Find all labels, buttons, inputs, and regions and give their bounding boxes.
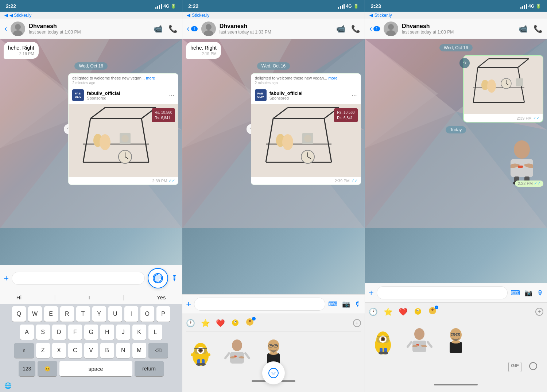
key-a[interactable]: A: [20, 325, 34, 340]
sticker-item-stevejobs-3[interactable]: [442, 327, 471, 356]
message-input-1[interactable]: [12, 272, 145, 285]
back-button-2[interactable]: ‹: [187, 24, 189, 34]
shared-product-img-3: [464, 56, 543, 114]
key-delete[interactable]: ⌫: [148, 343, 168, 358]
key-e[interactable]: E: [44, 306, 58, 322]
sticker-item-minion-2[interactable]: [186, 338, 215, 367]
keyboard-rows-1: Q W E R T Y U I O P A S D F G H J K L: [0, 304, 182, 381]
back-nav-3[interactable]: ◀ Sticker.ly: [365, 12, 547, 19]
attach-button-1[interactable]: +: [4, 273, 9, 283]
sticker-add-button-3[interactable]: +: [535, 308, 543, 316]
share-icon-3[interactable]: ↷: [459, 58, 470, 68]
sticker-tab-minion-3[interactable]: [414, 306, 422, 317]
card-time-1: 2:39 PM: [152, 179, 167, 183]
key-g[interactable]: G: [84, 325, 98, 340]
message-input-3[interactable]: [377, 286, 508, 299]
mic-button-2[interactable]: 🎙: [354, 300, 361, 308]
keyboard-icon-3[interactable]: ⌨: [511, 289, 520, 297]
camera-icon-2[interactable]: 📷: [342, 300, 350, 308]
sticker-item-person-2[interactable]: [222, 338, 252, 367]
key-q[interactable]: Q: [12, 306, 26, 322]
key-h[interactable]: H: [100, 325, 114, 340]
price-old-1: Rs. 10,560: [155, 110, 172, 115]
sticker-tab-heart-2[interactable]: ❤️: [216, 319, 225, 327]
key-emoji[interactable]: 😊: [38, 361, 57, 376]
svg-point-71: [196, 363, 201, 366]
sticker-item-minion-3[interactable]: [369, 327, 398, 356]
sticker-circle-button-2[interactable]: [262, 361, 285, 385]
phone-call-icon-3[interactable]: 📞: [534, 24, 543, 33]
back-nav-2[interactable]: ◀ Sticker.ly: [182, 12, 364, 19]
key-v[interactable]: V: [84, 343, 98, 358]
camera-icon-3[interactable]: 📷: [524, 289, 532, 297]
attach-button-3[interactable]: +: [369, 288, 374, 298]
video-call-icon-2[interactable]: 📹: [336, 24, 345, 33]
sticker-outline-button-3[interactable]: [529, 362, 538, 372]
sticker-tab-recent-2[interactable]: 🕐: [186, 319, 195, 327]
key-c[interactable]: C: [68, 343, 82, 358]
video-call-icon-3[interactable]: 📹: [519, 24, 528, 33]
gif-button-3[interactable]: GIF: [508, 362, 521, 372]
key-w[interactable]: W: [28, 306, 42, 322]
sticker-add-button-2[interactable]: +: [353, 319, 361, 327]
key-s[interactable]: S: [36, 325, 50, 340]
back-label-2: Sticker.ly: [192, 13, 209, 18]
key-d[interactable]: D: [52, 325, 66, 340]
shared-image-outgoing: ↷: [463, 55, 543, 123]
contact-info-3[interactable]: Dhvanesh last seen today at 1:03 PM: [402, 23, 515, 35]
sticker-tab-heart-3[interactable]: ❤️: [399, 307, 408, 316]
contact-info-1[interactable]: Dhvanesh last seen today at 1:03 PM: [29, 23, 150, 35]
phone-call-icon-2[interactable]: 📞: [351, 24, 360, 33]
key-return[interactable]: return: [135, 361, 164, 376]
sticker-button-1[interactable]: [148, 268, 168, 288]
phone-call-icon-1[interactable]: 📞: [168, 24, 178, 33]
key-f[interactable]: F: [68, 325, 82, 340]
key-space[interactable]: space: [59, 361, 132, 376]
key-u[interactable]: U: [108, 306, 122, 322]
key-z[interactable]: Z: [36, 343, 50, 358]
more-options-icon-2[interactable]: ···: [352, 92, 357, 99]
key-shift[interactable]: ⇧: [14, 343, 34, 358]
key-l[interactable]: L: [148, 325, 162, 340]
more-options-icon-1[interactable]: ···: [169, 92, 174, 99]
key-r[interactable]: R: [60, 306, 74, 322]
key-x[interactable]: X: [52, 343, 66, 358]
sponsored-msg-wrapper-2: ↷ delighted to welcome these new vegan..…: [251, 73, 361, 185]
suggestion-i[interactable]: I: [88, 294, 90, 301]
key-b[interactable]: B: [100, 343, 114, 358]
message-input-2[interactable]: [194, 298, 325, 311]
sticker-tab-star-2[interactable]: ⭐: [201, 319, 210, 327]
mic-button-1[interactable]: 🎙: [171, 274, 178, 283]
key-y[interactable]: Y: [92, 306, 106, 322]
mic-button-3[interactable]: 🎙: [537, 289, 543, 297]
back-button-3[interactable]: ‹: [369, 24, 372, 34]
suggestion-yes[interactable]: Yes: [157, 294, 166, 301]
key-t[interactable]: T: [76, 306, 90, 322]
sticker-tab-recent-3[interactable]: 🕐: [369, 307, 378, 316]
sticker-tab-custom-3[interactable]: ·: [428, 306, 437, 317]
globe-icon-1[interactable]: 🌐: [4, 382, 12, 389]
contact-status-1: last seen today at 1:03 PM: [29, 30, 150, 35]
contact-info-2[interactable]: Dhvanesh last seen today at 1:03 PM: [220, 23, 333, 35]
back-nav-1[interactable]: ◀ ◀ Sticker.ly: [0, 12, 182, 19]
svg-point-59: [235, 321, 236, 322]
key-j[interactable]: J: [116, 325, 130, 340]
key-k[interactable]: K: [132, 325, 146, 340]
back-button-1[interactable]: ‹: [4, 24, 7, 34]
key-numbers[interactable]: 123: [19, 361, 35, 376]
keyboard-icon-2[interactable]: ⌨: [328, 300, 338, 308]
sticker-tab-star-3[interactable]: ⭐: [384, 307, 393, 316]
sticker-item-person-3[interactable]: [405, 327, 434, 356]
sticker-tab-minion-2[interactable]: [231, 318, 240, 328]
video-call-icon-1[interactable]: 📹: [154, 24, 163, 33]
key-n[interactable]: N: [116, 343, 130, 358]
suggestion-hi[interactable]: Hi: [16, 294, 22, 301]
key-o[interactable]: O: [140, 306, 154, 322]
key-i[interactable]: I: [124, 306, 138, 322]
key-m[interactable]: M: [132, 343, 146, 358]
key-p[interactable]: P: [156, 306, 170, 322]
attach-button-2[interactable]: +: [186, 299, 191, 309]
card-time-2: 2:39 PM: [335, 179, 350, 183]
chat-area-3: Wed, Oct 16 ↷: [365, 39, 547, 283]
sticker-tab-custom-2[interactable]: ·: [245, 318, 254, 328]
